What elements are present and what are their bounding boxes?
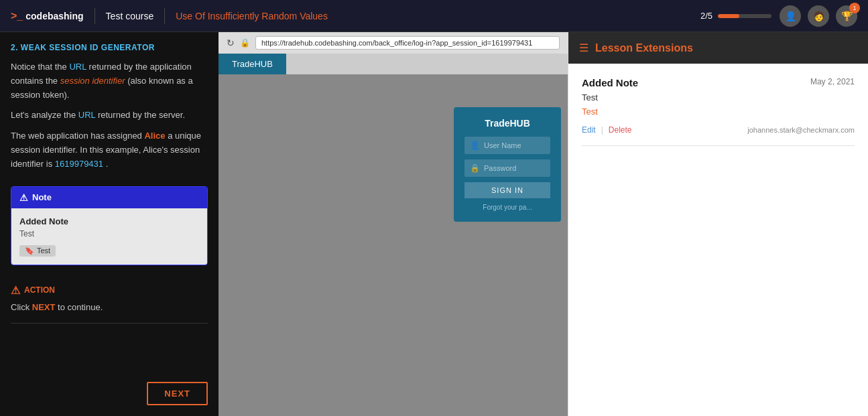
note-action-left: Edit | Delete — [582, 125, 632, 135]
lesson-extensions-title: Lesson Extensions — [595, 42, 693, 54]
progress-bar — [718, 14, 771, 18]
lock-icon: 🔒 — [240, 38, 250, 48]
award-badge: 1 — [849, 3, 860, 13]
forgot-password-text: Forgot your pa... — [464, 204, 550, 211]
logo: >_ codebashing — [11, 10, 84, 22]
note-card-actions: Edit | Delete johannes.stark@checkmarx.c… — [582, 125, 855, 135]
note-test-text: Test — [19, 229, 199, 238]
url-highlight1: URL — [69, 62, 86, 72]
note-card-title: Added Note — [582, 77, 638, 88]
delete-button[interactable]: Delete — [609, 125, 632, 135]
note-content: Added Note Test 🔖 Test — [11, 208, 207, 265]
progress-bar-fill — [718, 14, 739, 18]
login-brand: TradeHUB — [464, 118, 550, 129]
hamburger-icon[interactable]: ☰ — [579, 42, 588, 54]
main-layout: 2. WEAK SESSION ID GENERATOR Notice that… — [0, 32, 868, 416]
navbar-separator — [95, 8, 95, 24]
login-card: TradeHUB 👤 User Name 🔒 Password SIGN IN … — [454, 107, 561, 222]
next-highlight: NEXT — [32, 302, 56, 312]
username-input-row[interactable]: 👤 User Name — [464, 137, 550, 154]
left-panel: 2. WEAK SESSION ID GENERATOR Notice that… — [0, 32, 219, 416]
browser-bar: ↻ 🔒 https://tradehub.codebashing.com/bac… — [219, 32, 568, 54]
right-content: Added Note May 2, 2021 Test Test Edit | … — [568, 64, 868, 416]
action-section: ⚠ ACTION Click NEXT to continue. — [11, 284, 208, 312]
session-highlight: session identifier — [60, 76, 125, 86]
edit-button[interactable]: Edit — [582, 125, 596, 135]
progress-text: 2/5 — [700, 11, 712, 21]
note-card-date: May 2, 2021 — [810, 77, 855, 86]
logo-prompt: >_ — [11, 10, 23, 22]
action-title: ⚠ ACTION — [11, 284, 208, 297]
right-panel: ☰ Lesson Extensions Added Note May 2, 20… — [568, 32, 868, 416]
note-card-header: Added Note May 2, 2021 — [582, 77, 855, 88]
progress-indicator: 2/5 — [700, 11, 771, 21]
navbar-icons: 👤 🧑 🏆 1 — [780, 5, 857, 27]
award-icon[interactable]: 🏆 1 — [836, 5, 857, 27]
url-highlight2: URL — [78, 110, 96, 120]
navbar-course: Test course — [106, 11, 154, 21]
navbar-separator2 — [164, 8, 165, 24]
paragraph3: The web application has assigned Alice a… — [11, 129, 208, 171]
navbar-lesson: Use Of Insufficiently Random Values — [176, 11, 690, 21]
signin-button[interactable]: SIGN IN — [464, 182, 550, 198]
browser-content: TradeHUB TradeHUB 👤 User Name 🔒 Password… — [219, 54, 568, 416]
note-email: johannes.stark@checkmarx.com — [747, 126, 855, 134]
note-added-title: Added Note — [19, 216, 199, 226]
note-box: ⚠ Note Added Note Test 🔖 Test — [11, 186, 208, 265]
warning-triangle-icon: ⚠ — [19, 192, 28, 203]
password-field-icon: 🔒 — [470, 163, 480, 173]
navbar-right: 2/5 👤 🧑 🏆 1 — [700, 5, 857, 27]
alice-highlight: Alice — [144, 131, 165, 141]
action-divider: | — [601, 125, 603, 135]
logo-text: codebashing — [25, 11, 83, 21]
action-text: Click NEXT to continue. — [11, 302, 208, 312]
center-panel: ↻ 🔒 https://tradehub.codebashing.com/bac… — [219, 32, 568, 416]
tradehub-tab-area: TradeHUB — [219, 54, 568, 74]
paragraph2: Let's analyze the URL returned by the se… — [11, 109, 208, 123]
password-placeholder: Password — [484, 164, 516, 172]
tab-bar: TradeHUB — [219, 54, 568, 74]
note-card-subtitle: Test — [582, 92, 855, 102]
right-header: ☰ Lesson Extensions — [568, 32, 868, 64]
action-circle-icon: ⚠ — [11, 284, 20, 297]
note-tag[interactable]: 🔖 Test — [19, 245, 56, 257]
note-card: Added Note May 2, 2021 Test Test Edit | … — [582, 77, 855, 146]
navbar: >_ codebashing Test course Use Of Insuff… — [0, 0, 868, 32]
note-tag-text: Test — [37, 247, 50, 255]
password-input-row[interactable]: 🔒 Password — [464, 159, 550, 177]
note-header: ⚠ Note — [11, 187, 207, 208]
paragraph1: Notice that the URL returned by the appl… — [11, 60, 208, 102]
section-title: 2. WEAK SESSION ID GENERATOR — [11, 43, 208, 52]
note-card-link[interactable]: Test — [582, 107, 598, 117]
browser-url-bar[interactable]: https://tradehub.codebashing.com/back_of… — [255, 36, 560, 50]
tradehub-tab[interactable]: TradeHUB — [219, 54, 286, 74]
next-button[interactable]: NEXT — [147, 382, 208, 405]
reload-icon[interactable]: ↻ — [227, 38, 235, 48]
bottom-divider — [11, 323, 208, 324]
user-avatar-icon[interactable]: 👤 — [780, 5, 801, 27]
action-title-text: ACTION — [24, 285, 55, 295]
user-field-icon: 👤 — [470, 141, 480, 150]
username-placeholder: User Name — [484, 141, 521, 149]
note-header-label: Note — [32, 192, 52, 202]
session-id-highlight: 1619979431 — [55, 159, 103, 169]
tag-icon: 🔖 — [25, 247, 34, 255]
bottom-area: NEXT — [11, 374, 208, 405]
person-icon[interactable]: 🧑 — [808, 5, 829, 27]
login-page: TradeHUB 👤 User Name 🔒 Password SIGN IN … — [447, 80, 568, 416]
